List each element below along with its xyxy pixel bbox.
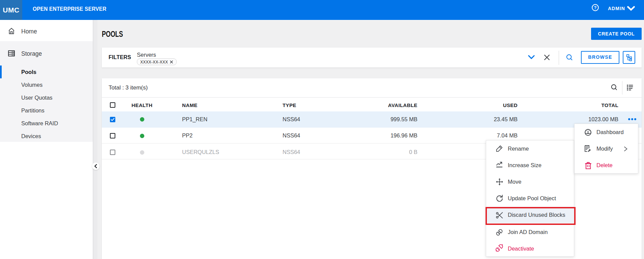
svg-text:?: ? xyxy=(594,5,597,10)
